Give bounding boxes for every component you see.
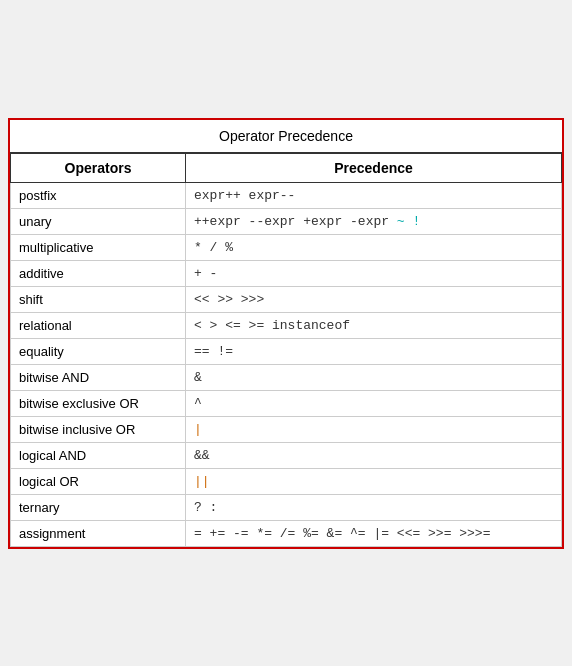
table-row: bitwise inclusive OR| — [11, 416, 562, 442]
table-row: multiplicative* / % — [11, 234, 562, 260]
operator-cell: assignment — [11, 520, 186, 546]
operator-cell: relational — [11, 312, 186, 338]
precedence-cell: || — [186, 468, 562, 494]
operator-cell: bitwise inclusive OR — [11, 416, 186, 442]
precedence-cell: << >> >>> — [186, 286, 562, 312]
table-row: assignment= += -= *= /= %= &= ^= |= <<= … — [11, 520, 562, 546]
table-header-row: Operators Precedence — [11, 153, 562, 182]
table-row: bitwise exclusive OR^ — [11, 390, 562, 416]
precedence-cell: < > <= >= instanceof — [186, 312, 562, 338]
operator-cell: equality — [11, 338, 186, 364]
table-row: equality== != — [11, 338, 562, 364]
operator-cell: postfix — [11, 182, 186, 208]
operator-cell: bitwise exclusive OR — [11, 390, 186, 416]
operator-cell: unary — [11, 208, 186, 234]
operator-precedence-table: Operator Precedence Operators Precedence… — [8, 118, 564, 549]
operator-cell: bitwise AND — [11, 364, 186, 390]
operator-cell: multiplicative — [11, 234, 186, 260]
table-row: postfixexpr++ expr-- — [11, 182, 562, 208]
operator-cell: ternary — [11, 494, 186, 520]
operator-cell: shift — [11, 286, 186, 312]
header-precedence: Precedence — [186, 153, 562, 182]
table-row: shift<< >> >>> — [11, 286, 562, 312]
precedence-cell: == != — [186, 338, 562, 364]
table-row: relational< > <= >= instanceof — [11, 312, 562, 338]
table-row: ternary? : — [11, 494, 562, 520]
precedence-cell: = += -= *= /= %= &= ^= |= <<= >>= >>>= — [186, 520, 562, 546]
operator-cell: logical OR — [11, 468, 186, 494]
operator-cell: logical AND — [11, 442, 186, 468]
precedence-cell: ^ — [186, 390, 562, 416]
precedence-cell: expr++ expr-- — [186, 182, 562, 208]
table-row: additive+ - — [11, 260, 562, 286]
table-title: Operator Precedence — [10, 120, 562, 153]
table-row: bitwise AND& — [11, 364, 562, 390]
operator-cell: additive — [11, 260, 186, 286]
table-row: logical OR|| — [11, 468, 562, 494]
precedence-cell: & — [186, 364, 562, 390]
header-operators: Operators — [11, 153, 186, 182]
precedence-cell: && — [186, 442, 562, 468]
table-row: logical AND&& — [11, 442, 562, 468]
precedence-cell: ++expr --expr +expr -expr ~ ! — [186, 208, 562, 234]
precedence-cell: ? : — [186, 494, 562, 520]
precedence-cell: | — [186, 416, 562, 442]
precedence-cell: * / % — [186, 234, 562, 260]
precedence-cell: + - — [186, 260, 562, 286]
table-row: unary++expr --expr +expr -expr ~ ! — [11, 208, 562, 234]
